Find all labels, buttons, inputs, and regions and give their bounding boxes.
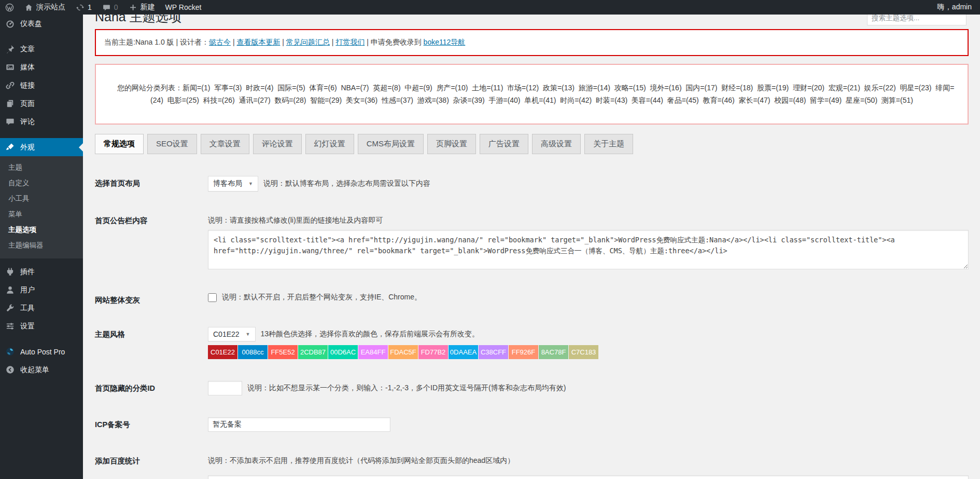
sidebar-item-label: 文章 [20, 45, 35, 54]
sidebar-item-tools[interactable]: 工具 [0, 299, 83, 317]
sidebar-item-auto-post-pro[interactable]: Auto Post Pro [0, 343, 83, 361]
field-label-gray: 网站整体变灰 [95, 293, 208, 305]
account-menu-item[interactable]: 嗨，admin [932, 0, 980, 15]
tab-ads[interactable]: 广告设置 [480, 134, 528, 154]
color-swatches: C01E220088ccFF5E522CDB8700D6ACEA84FFFDAC… [208, 345, 969, 359]
updates-menu-item[interactable]: 1 [71, 0, 97, 15]
sidebar-item-label: 插件 [20, 267, 35, 277]
theme-info-text: 当前主题:Nana 1.0 版 | 设计者：懿古今 | 查看版本更新 | 常见问… [104, 38, 465, 46]
icp-input[interactable] [208, 417, 390, 432]
color-swatch[interactable]: FF926F [509, 345, 538, 359]
home-layout-select[interactable]: 博客布局 ▼ [208, 176, 258, 191]
theme-color-select-value: C01E22 [213, 330, 240, 338]
color-swatch[interactable]: FDAC5F [388, 345, 418, 359]
sidebar-item-posts[interactable]: 文章 [0, 40, 83, 58]
theme-info-box: 当前主题:Nana 1.0 版 | 设计者：懿古今 | 查看版本更新 | 常见问… [95, 29, 969, 56]
color-swatch[interactable]: 0DAAEA [449, 345, 478, 359]
update-count: 1 [88, 3, 92, 11]
auto-post-pro-icon [5, 347, 15, 357]
theme-info-link[interactable]: 懿古今 [209, 38, 231, 46]
color-swatch[interactable]: C01E22 [208, 345, 237, 359]
gray-checkbox[interactable] [208, 293, 217, 302]
sidebar-item-comments[interactable]: 评论 [0, 113, 83, 131]
sidebar-item-label: 页面 [20, 99, 35, 108]
sidebar-item-appearance[interactable]: 外观 [0, 138, 83, 156]
color-swatch[interactable]: C7C183 [569, 345, 598, 359]
sidebar-item-label: 仪表盘 [20, 19, 42, 29]
site-name: 演示站点 [36, 3, 65, 12]
chevron-down-icon: ▼ [248, 181, 253, 186]
tab-cms-layout[interactable]: CMS布局设置 [358, 134, 424, 154]
sidebar-item-users[interactable]: 用户 [0, 281, 83, 299]
baidu-desc: 说明：不添加表示不启用，推荐使用百度统计（代码将添加到网站全部页面头部的head… [208, 454, 969, 466]
theme-info-link[interactable]: 常见问题汇总 [286, 38, 330, 46]
submenu-item-menus[interactable]: 菜单 [0, 207, 83, 222]
tab-posts[interactable]: 文章设置 [201, 134, 249, 154]
submenu-item-theme-editor[interactable]: 主题编辑器 [0, 238, 83, 253]
sidebar-item-label: 媒体 [20, 63, 35, 72]
sidebar-item-pages[interactable]: 页面 [0, 94, 83, 113]
field-label-baidu: 添加百度统计 [95, 454, 208, 466]
tab-seo[interactable]: SEO设置 [147, 134, 197, 154]
main-content: Nana 主题选项 当前主题:Nana 1.0 版 | 设计者：懿古今 | 查看… [83, 0, 980, 479]
sidebar-item-label: 外观 [20, 143, 35, 152]
notice-textarea[interactable]: <li class="scrolltext-title"><a href="ht… [208, 230, 969, 269]
field-label-notice: 首页公告栏内容 [95, 213, 208, 226]
color-swatch[interactable]: FF5E52 [268, 345, 298, 359]
tab-about[interactable]: 关于主题 [584, 134, 633, 154]
sidebar-item-media[interactable]: 媒体 [0, 58, 83, 76]
field-label-home-layout: 选择首页布局 [95, 176, 208, 188]
theme-info-link[interactable]: 查看版本更新 [236, 38, 280, 46]
theme-color-select[interactable]: C01E22 ▼ [208, 327, 256, 341]
admin-bar: 演示站点 1 0 新建 WP Rocket 嗨，admin [0, 0, 980, 15]
plus-icon [129, 3, 137, 12]
color-swatch[interactable]: FD77B2 [418, 345, 448, 359]
color-swatch[interactable]: C38CFF [479, 345, 508, 359]
notice-desc: 说明：请直接按格式修改(li)里面的链接地址及内容即可 [208, 213, 969, 225]
theme-info-link[interactable]: 打赏我们 [335, 38, 365, 46]
sidebar-item-dashboard[interactable]: 仪表盘 [0, 15, 83, 33]
comment-count: 0 [114, 3, 118, 11]
link-icon [5, 80, 15, 90]
wp-rocket-label: WP Rocket [165, 3, 202, 11]
sliders-icon [5, 321, 15, 331]
color-swatch[interactable]: 00D6AC [328, 345, 358, 359]
sidebar-item-label: 用户 [20, 285, 35, 295]
sidebar-item-links[interactable]: 链接 [0, 76, 83, 94]
tab-general[interactable]: 常规选项 [95, 134, 144, 154]
site-menu-item[interactable]: 演示站点 [19, 0, 71, 15]
tab-comments[interactable]: 评论设置 [253, 134, 302, 154]
appearance-brush-icon [5, 142, 15, 152]
comments-menu-item[interactable]: 0 [97, 0, 123, 15]
style-desc: 13种颜色供选择，选择你喜欢的颜色，保存后前端展示会有所改变。 [261, 330, 480, 339]
color-swatch[interactable]: 2CDB87 [298, 345, 328, 359]
dashboard-icon [5, 19, 15, 29]
wp-rocket-menu-item[interactable]: WP Rocket [160, 0, 207, 15]
submenu-item-widgets[interactable]: 小工具 [0, 191, 83, 207]
home-layout-desc: 说明：默认博客布局，选择杂志布局需设置以下内容 [263, 179, 430, 188]
color-swatch[interactable]: EA84FF [358, 345, 388, 359]
sidebar-item-label: Auto Post Pro [20, 348, 65, 356]
color-swatch[interactable]: 0088cc [238, 345, 268, 359]
sidebar-item-label: 工具 [20, 304, 35, 313]
tab-bar: 常规选项 SEO设置 文章设置 评论设置 幻灯设置 CMS布局设置 页脚设置 广… [95, 134, 969, 154]
submenu-item-themes[interactable]: 主题 [0, 160, 83, 175]
submenu-item-theme-options[interactable]: 主题选项 [0, 222, 83, 238]
sidebar-item-collapse-menu[interactable]: 收起菜单 [0, 361, 83, 379]
chevron-down-icon: ▼ [246, 332, 250, 337]
theme-info-link[interactable]: boke112导航 [424, 38, 466, 46]
sidebar-item-settings[interactable]: 设置 [0, 317, 83, 335]
submenu-item-customize[interactable]: 自定义 [0, 175, 83, 191]
hide-cats-input[interactable] [208, 381, 242, 395]
sidebar-item-label: 评论 [20, 117, 35, 127]
color-swatch[interactable]: 8AC78F [539, 345, 568, 359]
gray-desc: 说明：默认不开启，开启后整个网站变灰，支持IE、Chrome。 [222, 293, 422, 302]
wordpress-logo-icon[interactable] [0, 0, 19, 15]
baidu-textarea[interactable] [208, 475, 969, 479]
tab-advanced[interactable]: 高级设置 [532, 134, 581, 154]
field-label-icp: ICP备案号 [95, 417, 208, 430]
new-menu-item[interactable]: 新建 [123, 0, 160, 15]
tab-slider[interactable]: 幻灯设置 [305, 134, 354, 154]
sidebar-item-plugins[interactable]: 插件 [0, 263, 83, 281]
tab-footer[interactable]: 页脚设置 [427, 134, 476, 154]
